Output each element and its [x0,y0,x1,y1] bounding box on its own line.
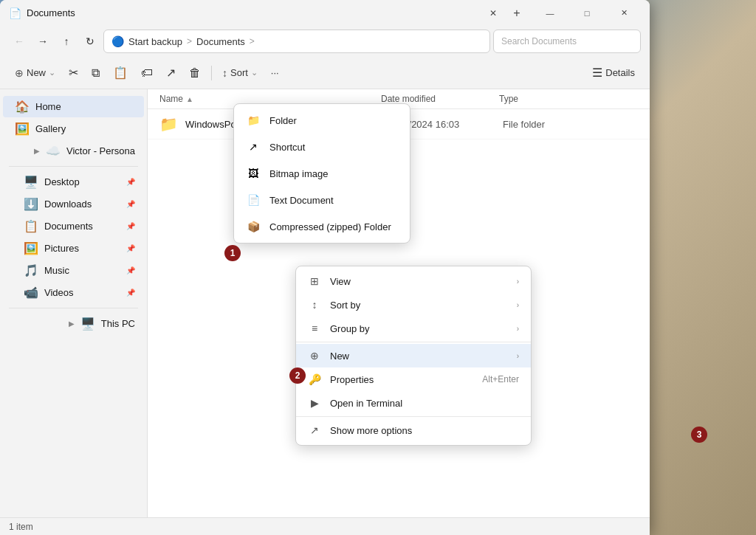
col-sort-icon: ▲ [186,95,193,103]
sidebar-persona-label: Victor - Persona [66,145,135,156]
share-button[interactable]: ↗ [160,61,182,85]
cm-view-icon: ⊞ [308,275,321,287]
pin-icon-doc: 📌 [126,222,135,230]
nav-back-button[interactable]: ← [9,31,30,52]
sidebar-item-persona[interactable]: ▶ ☁️ Victor - Persona [3,140,144,162]
sidebar-item-pictures[interactable]: 🖼️ Pictures 📌 [3,238,144,259]
status-bar: 1 item [0,517,650,535]
sort-button[interactable]: ↕ Sort ⌄ [216,61,264,85]
sm-textdoc[interactable]: 📄 Text Document [234,187,410,213]
close-button[interactable]: ✕ [607,1,641,25]
pin-icon-music: 📌 [126,266,135,275]
share-icon: ↗ [166,66,176,80]
sm-textdoc-icon: 📄 [246,193,261,207]
col-name-label: Name [159,94,183,104]
cm-groupby-chevron-icon: › [517,325,519,333]
rename-button[interactable]: 🏷 [135,61,159,85]
sm-shortcut-label: Shortcut [269,142,305,153]
pictures-icon: 🖼️ [24,241,38,255]
cm-terminal[interactable]: ▶ Open in Terminal [296,391,531,415]
cm-properties-icon: 🔑 [308,373,321,385]
sidebar-item-music[interactable]: 🎵 Music 📌 [3,260,144,281]
new-button[interactable]: ⊕ New ⌄ [9,61,61,85]
sidebar-divider-1 [9,166,138,167]
cmd-separator [211,66,212,80]
sidebar-item-home[interactable]: 🏠 Home [3,96,144,117]
address-bar[interactable]: 🔵 Start backup > Documents > [103,30,490,53]
cloud-icon: ☁️ [46,144,61,158]
cm-sortby[interactable]: ↕ Sort by › [296,293,531,317]
cm-view[interactable]: ⊞ View › [296,269,531,293]
paste-button[interactable]: 📋 [107,61,134,85]
sort-label: Sort [230,67,248,78]
cm-new[interactable]: ⊕ New › [296,344,531,367]
cm-moreoptions[interactable]: ↗ Show more options [296,418,531,442]
maximize-button[interactable]: □ [570,1,604,25]
pin-icon-pic: 📌 [126,244,135,252]
sm-zippedfolder[interactable]: 📦 Compressed (zipped) Folder [234,213,410,240]
sidebar-item-gallery[interactable]: 🖼️ Gallery [3,118,144,139]
sm-zippedfolder-icon: 📦 [246,219,261,234]
nav-refresh-button[interactable]: ↻ [80,31,100,52]
cm-new-chevron-icon: › [517,352,519,360]
new-label: New [27,67,46,78]
command-bar: ⊕ New ⌄ ✂ ⧉ 📋 🏷 ↗ 🗑 ↕ Sort ⌄ ··· [0,57,650,89]
tab-add-button[interactable]: + [506,3,527,24]
sidebar-gallery-label: Gallery [35,123,66,134]
cm-groupby-icon: ≡ [308,322,321,334]
cm-properties[interactable]: 🔑 Properties Alt+Enter [296,367,531,391]
nav-up-button[interactable]: ↑ [56,31,77,52]
pin-icon: 📌 [126,178,135,186]
sm-shortcut-icon: ↗ [246,139,261,154]
cm-groupby[interactable]: ≡ Group by › [296,317,531,340]
cm-sortby-chevron-icon: › [517,301,519,309]
sort-icon: ↕ [222,67,227,79]
cm-groupby-label: Group by [330,323,508,334]
cm-divider-2 [296,416,531,417]
sidebar-item-desktop[interactable]: 🖥️ Desktop 📌 [3,171,144,193]
cut-button[interactable]: ✂ [63,61,84,85]
tab-close-button[interactable]: ✕ [483,3,504,24]
sidebar-divider-2 [9,308,138,308]
delete-icon: 🗑 [189,66,201,80]
sort-arrow-icon: ⌄ [251,68,258,77]
sidebar-downloads-label: Downloads [44,199,92,210]
thispc-icon: 🖥️ [80,317,95,331]
cm-sortby-icon: ↕ [308,299,321,311]
more-button[interactable]: ··· [265,61,285,85]
nav-forward-button[interactable]: → [32,31,53,52]
step-badge-2: 2 [289,367,306,384]
col-date-label: Date modified [381,94,436,104]
delete-button[interactable]: 🗑 [183,61,207,85]
path-sep1: > [187,36,192,46]
desktop-icon: 🖥️ [24,175,38,189]
sidebar-item-documents[interactable]: 📋 Documents 📌 [3,215,144,237]
home-icon: 🏠 [15,100,30,114]
sidebar-item-downloads[interactable]: ⬇️ Downloads 📌 [3,193,144,215]
backup-label: Start backup [128,36,182,47]
sidebar-thispc-label: This PC [101,318,135,329]
sm-folder[interactable]: 📁 Folder [234,107,410,134]
col-type-label: Type [499,94,518,104]
window-icon: 📄 [9,7,21,19]
search-bar[interactable]: Search Documents [493,30,641,53]
cm-sortby-label: Sort by [330,300,508,311]
minimize-button[interactable]: — [533,1,567,25]
col-date-header[interactable]: Date modified [381,94,499,104]
sm-shortcut[interactable]: ↗ Shortcut [234,134,410,160]
thispc-chevron-icon: ▶ [69,320,75,328]
sidebar-documents-label: Documents [44,221,93,232]
sidebar-item-thispc[interactable]: ▶ 🖥️ This PC [3,313,144,334]
col-type-header[interactable]: Type [499,94,518,104]
copy-button[interactable]: ⧉ [86,61,106,85]
col-name-header[interactable]: Name ▲ [159,94,381,104]
title-bar: 📄 Documents ✕ + — □ ✕ [0,0,650,26]
details-button[interactable]: ☰ Details [586,61,641,85]
sm-bitmap-icon: 🖼 [246,166,261,181]
sm-bitmap[interactable]: 🖼 Bitmap image [234,160,410,187]
sidebar-item-videos[interactable]: 📹 Videos 📌 [3,282,144,303]
cm-moreoptions-label: Show more options [330,425,519,436]
new-arrow-icon: ⌄ [49,68,55,77]
window-title: Documents [27,7,483,18]
paste-icon: 📋 [113,66,128,80]
